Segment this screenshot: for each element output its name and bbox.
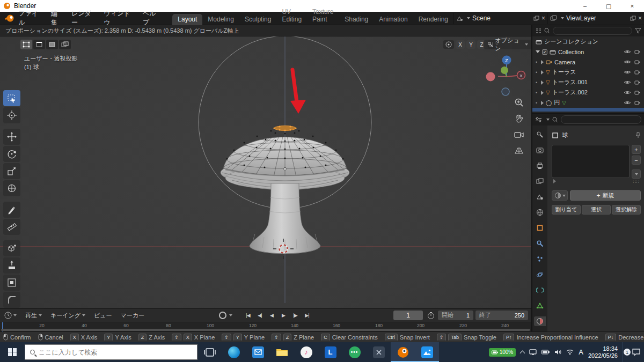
slot-specials-button[interactable] (632, 169, 641, 179)
xray-toggle-button[interactable] (59, 40, 71, 49)
tool-cursor[interactable] (3, 107, 20, 123)
outliner-row-torus-002[interactable]: • ▽ トーラス.002 (532, 87, 644, 98)
start-button[interactable] (0, 342, 25, 362)
taskbar-app-chat[interactable]: ••• (342, 342, 367, 362)
hide-eye-icon[interactable] (624, 80, 631, 85)
close-button[interactable]: × (620, 0, 644, 12)
tool-rotate[interactable] (3, 146, 20, 162)
disable-render-camera-icon[interactable] (634, 70, 641, 75)
tool-bevel[interactable] (3, 292, 20, 308)
scene-selector[interactable]: Scene × (453, 13, 547, 24)
axis-y-button[interactable]: Y (466, 40, 475, 49)
tab-world[interactable] (534, 208, 546, 217)
current-frame-field[interactable]: 1 (393, 311, 423, 320)
navigation-gizmo[interactable]: Z X (486, 56, 525, 96)
timeline-scrollbar[interactable] (1, 329, 530, 331)
tab-rendering[interactable]: Rendering (413, 14, 453, 25)
tab-layout[interactable]: Layout (172, 14, 202, 25)
taskbar-clock[interactable]: 18:34 2022/05/26 (588, 345, 618, 359)
start-frame-field[interactable]: 開始1 (438, 310, 473, 320)
jump-to-end-button[interactable]: ▶| (302, 311, 312, 320)
action-center-button[interactable]: 1 (623, 342, 641, 362)
taskbar-app-dev[interactable] (367, 342, 391, 362)
tab-modeling[interactable]: Modeling (202, 14, 239, 25)
properties-search-input[interactable] (561, 115, 641, 124)
tab-texture-paint[interactable]: Texture Paint (307, 6, 339, 25)
tool-inset-faces[interactable] (3, 275, 20, 291)
timeline-ruler[interactable]: 20 40 60 80 100 120 140 160 180 200 220 … (0, 322, 531, 331)
hide-eye-icon[interactable] (624, 90, 631, 95)
outliner-editor-icon[interactable] (535, 28, 541, 34)
tab-view-layer[interactable] (534, 176, 546, 186)
jump-to-start-button[interactable]: |◀ (243, 311, 253, 320)
options-button[interactable]: オプション (484, 40, 531, 49)
tool-select-box[interactable] (3, 90, 20, 106)
taskbar-app-edge[interactable] (222, 342, 246, 362)
tab-object[interactable] (534, 223, 546, 233)
taskbar-app-file-explorer[interactable] (270, 342, 294, 362)
outliner-row-collection[interactable]: ✓ Collection (532, 47, 644, 57)
pin-icon[interactable] (635, 132, 641, 138)
disable-render-camera-icon[interactable] (634, 49, 641, 54)
assign-button[interactable]: 割り当て (552, 205, 581, 215)
properties-editor-icon[interactable] (535, 117, 542, 123)
axis-x-button[interactable]: X (456, 40, 465, 49)
marker-menu[interactable]: マーカー (116, 312, 149, 320)
tool-transform[interactable] (3, 180, 20, 196)
tab-material[interactable] (534, 316, 546, 326)
battery-status-badge[interactable]: 100% (489, 348, 516, 357)
tab-animation[interactable]: Animation (374, 14, 413, 25)
unlink-scene-icon[interactable]: × (541, 14, 545, 22)
pan-hand-icon[interactable] (513, 113, 525, 124)
zoom-icon[interactable] (513, 97, 525, 108)
network-tray-icon[interactable] (566, 349, 574, 355)
tab-output[interactable] (534, 161, 546, 171)
expand-icon[interactable] (536, 50, 540, 53)
tab-modifiers[interactable] (534, 239, 546, 248)
outliner-row-torus[interactable]: • ▽ トーラス (532, 67, 644, 77)
new-scene-icon[interactable] (533, 16, 539, 21)
play-button[interactable]: ▶ (278, 311, 289, 320)
collection-checkbox[interactable]: ✓ (542, 49, 547, 55)
hide-eye-icon[interactable] (624, 70, 631, 75)
tool-scale[interactable] (3, 163, 20, 179)
remove-slot-button[interactable]: − (632, 156, 641, 165)
maximize-button[interactable]: ▢ (597, 0, 620, 12)
proportional-edit-icon[interactable] (443, 40, 454, 49)
tab-render[interactable] (534, 145, 546, 155)
taskbar-search-input[interactable] (39, 349, 178, 356)
disable-render-camera-icon[interactable] (634, 80, 641, 85)
play-reverse-button[interactable]: ◀ (266, 311, 277, 320)
disable-render-camera-icon[interactable] (634, 90, 641, 95)
hide-eye-icon[interactable] (624, 49, 631, 54)
tool-add-cube[interactable] (3, 240, 20, 256)
viewlayer-selector[interactable]: ViewLayer × (547, 13, 644, 24)
use-preview-range-button[interactable] (427, 310, 435, 320)
new-viewlayer-icon[interactable] (630, 16, 636, 21)
filter-icon[interactable] (635, 28, 641, 34)
outliner-selected-row-partial[interactable] (532, 108, 644, 112)
remove-viewlayer-icon[interactable]: × (638, 14, 642, 22)
tool-extrude[interactable] (3, 257, 20, 274)
camera-view-icon[interactable] (513, 129, 525, 141)
playback-menu[interactable]: 再生 (21, 312, 46, 320)
tool-move[interactable] (3, 129, 20, 145)
outliner-row-camera[interactable]: • Camera (532, 57, 644, 67)
select-button[interactable]: 選択 (582, 205, 611, 215)
outliner-row-circle[interactable]: • ◯ 円 ▽ (532, 98, 644, 108)
blender-menu-icon[interactable] (4, 14, 14, 23)
taskbar-app-music[interactable]: ♪ (294, 342, 318, 362)
view-menu[interactable]: ビュー (90, 312, 116, 320)
expand-icon[interactable] (541, 70, 544, 75)
grid-persp-icon[interactable] (513, 145, 525, 157)
taskbar-app-mail[interactable] (246, 342, 270, 362)
end-frame-field[interactable]: 終了250 (475, 310, 528, 320)
material-slot-list[interactable] (552, 145, 630, 178)
viewport-3d[interactable]: Z X ユーザー・透視投影 (1) 球 X Y Z オプション (0, 36, 531, 308)
tab-sculpting[interactable]: Sculpting (239, 14, 276, 25)
face-select-button[interactable] (46, 40, 58, 49)
outliner-row-scene-collection[interactable]: シーンコレクション (532, 36, 644, 47)
browse-material-button[interactable] (552, 190, 568, 201)
display-tray-icon[interactable] (529, 349, 537, 355)
next-keyframe-button[interactable]: |▶ (290, 311, 301, 320)
